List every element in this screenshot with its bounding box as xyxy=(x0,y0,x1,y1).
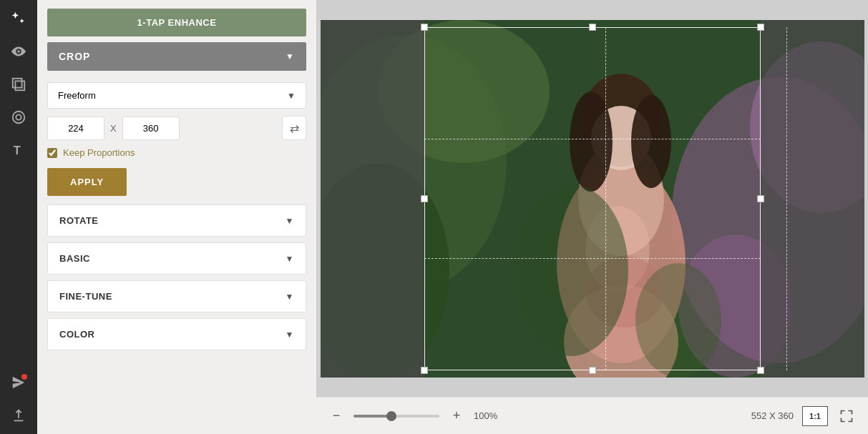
svg-point-3 xyxy=(16,114,21,119)
color-arrow-icon: ▼ xyxy=(286,330,294,340)
svg-rect-24 xyxy=(761,20,864,378)
photo-container xyxy=(321,20,864,378)
zoom-minus-button[interactable]: − xyxy=(328,408,345,425)
keep-proportions-text: Keep Proportions xyxy=(63,147,135,158)
svg-point-15 xyxy=(582,74,660,167)
finetune-arrow-icon: ▼ xyxy=(286,292,294,302)
basic-label: BASIC xyxy=(59,253,90,264)
color-section[interactable]: COLOR ▼ xyxy=(47,318,306,350)
zoom-slider-track[interactable] xyxy=(353,415,439,418)
eye-toolbar-icon[interactable] xyxy=(9,41,29,61)
canvas-width: 552 xyxy=(751,410,767,421)
dimensions-row: X ⇄ xyxy=(47,116,306,140)
svg-point-9 xyxy=(671,77,864,363)
crop-section-label: CROP xyxy=(59,51,90,62)
freeform-select[interactable]: Freeform Original Square 16:9 4:3 3:2 xyxy=(48,83,306,108)
svg-point-20 xyxy=(585,256,664,327)
svg-point-11 xyxy=(678,235,793,378)
svg-rect-0 xyxy=(13,79,22,88)
svg-point-16 xyxy=(591,106,651,170)
canvas-area[interactable] xyxy=(316,0,868,397)
crop-section-header[interactable]: CROP ▼ xyxy=(47,42,306,71)
zoom-plus-button[interactable]: + xyxy=(448,408,465,425)
svg-point-10 xyxy=(750,41,864,213)
photo-background xyxy=(321,20,864,378)
export-toolbar-icon[interactable] xyxy=(9,373,29,393)
svg-point-14 xyxy=(578,142,664,256)
svg-point-8 xyxy=(378,20,550,163)
svg-point-17 xyxy=(570,92,613,192)
freeform-select-wrapper: Freeform Original Square 16:9 4:3 3:2 ▼ xyxy=(47,82,306,109)
canvas-height: 360 xyxy=(778,410,794,421)
rotate-label: ROTATE xyxy=(59,215,99,226)
svg-point-19 xyxy=(585,206,650,292)
crop-arrow-icon: ▼ xyxy=(286,51,295,61)
enhance-toolbar-icon[interactable] xyxy=(9,9,29,29)
bottom-bar: − + 100% 552 X 360 1:1 xyxy=(316,397,868,434)
svg-rect-5 xyxy=(321,20,864,378)
dimensions-info: 552 X 360 xyxy=(751,410,794,421)
left-toolbar: T xyxy=(0,0,37,434)
svg-point-18 xyxy=(631,95,671,188)
dimension-x-label: X xyxy=(110,123,117,134)
keep-proportions-label[interactable]: Keep Proportions xyxy=(47,147,306,158)
keep-proportions-checkbox[interactable] xyxy=(47,148,57,158)
svg-rect-1 xyxy=(15,81,24,90)
svg-rect-23 xyxy=(321,20,424,378)
filter-toolbar-icon[interactable] xyxy=(9,107,29,127)
svg-point-7 xyxy=(321,163,449,378)
finetune-label: FINE-TUNE xyxy=(59,291,112,302)
finetune-section[interactable]: FINE-TUNE ▼ xyxy=(47,280,306,312)
share-toolbar-icon[interactable] xyxy=(9,405,29,425)
crop-controls: Freeform Original Square 16:9 4:3 3:2 ▼ … xyxy=(47,77,306,199)
basic-arrow-icon: ▼ xyxy=(286,254,294,264)
zoom-percent-label: 100% xyxy=(474,410,506,421)
rotate-section[interactable]: ROTATE ▼ xyxy=(47,204,306,237)
svg-point-22 xyxy=(635,263,721,378)
sidebar-panel: 1-TAP ENHANCE CROP ▼ Freeform Original S… xyxy=(37,0,316,434)
width-input[interactable] xyxy=(47,117,104,140)
canvas-x-sep: X xyxy=(769,410,778,421)
text-toolbar-icon[interactable]: T xyxy=(9,140,29,160)
color-label: COLOR xyxy=(59,329,94,340)
svg-point-12 xyxy=(557,163,686,363)
svg-point-21 xyxy=(514,184,628,356)
crop-toolbar-icon[interactable] xyxy=(9,74,29,94)
enhance-button[interactable]: 1-TAP ENHANCE xyxy=(47,9,306,36)
apply-button[interactable]: APPLY xyxy=(47,168,127,196)
rotate-arrow-icon: ▼ xyxy=(286,216,294,226)
zoom-slider-thumb[interactable] xyxy=(386,411,396,421)
svg-point-2 xyxy=(13,112,25,124)
swap-dimensions-button[interactable]: ⇄ xyxy=(282,116,306,140)
main-area: − + 100% 552 X 360 1:1 xyxy=(316,0,868,434)
ratio-button[interactable]: 1:1 xyxy=(802,406,828,426)
svg-point-13 xyxy=(564,285,678,378)
basic-section[interactable]: BASIC ▼ xyxy=(47,242,306,275)
svg-text:T: T xyxy=(14,144,21,157)
height-input[interactable] xyxy=(122,117,180,140)
zoom-slider-fill xyxy=(353,415,388,418)
svg-point-6 xyxy=(321,34,507,292)
fullscreen-button[interactable] xyxy=(837,406,857,426)
